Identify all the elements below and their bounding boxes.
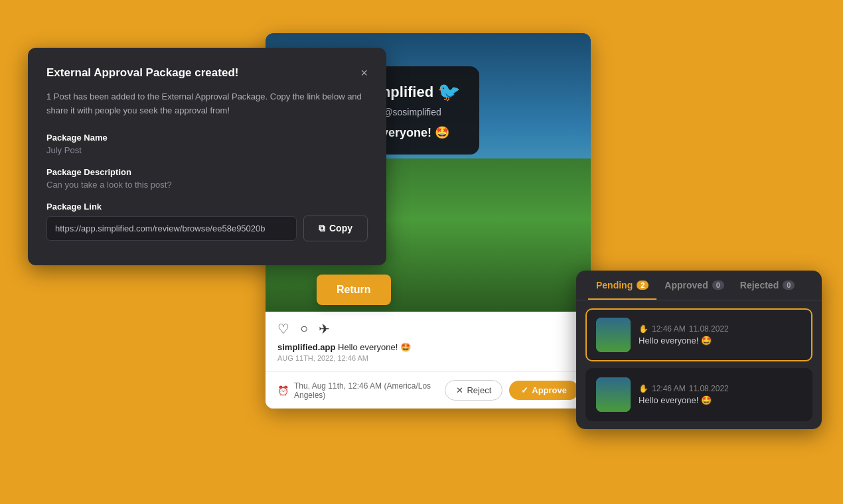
approval-thumb-2 — [596, 377, 631, 412]
post-caption-text: Hello everyone! 🤩 — [338, 342, 411, 352]
modal-title: External Approval Package created! — [46, 66, 238, 80]
thumb-inner-1 — [596, 318, 631, 352]
package-link-field: Package Link https://app.simplified.com/… — [46, 202, 368, 241]
approve-icon: ✓ — [521, 385, 528, 395]
tab-rejected-badge: 0 — [783, 281, 795, 290]
package-name-value: July Post — [46, 145, 368, 155]
package-name-label: Package Name — [46, 133, 368, 143]
modal-description: 1 Post has been added to the External Ap… — [46, 90, 368, 118]
tab-approved-badge: 0 — [712, 281, 724, 290]
tab-approved-label: Approved — [664, 280, 708, 290]
post-footer-bar: ⏰ Thu, Aug 11th, 12:46 AM (America/Los A… — [266, 371, 591, 409]
approval-modal: External Approval Package created! × 1 P… — [28, 48, 386, 265]
timestamp-text: Thu, Aug 11th, 12:46 AM (America/Los Ang… — [294, 381, 445, 400]
reject-icon: ✕ — [456, 385, 463, 395]
approval-item-caption-1: Hello everyone! 🤩 — [639, 336, 802, 346]
tab-pending-label: Pending — [596, 280, 633, 290]
approval-item-time-1: ✋ 12:46 AM 11.08.2022 — [639, 324, 802, 334]
package-description-label: Package Description — [46, 167, 368, 177]
hand-icon-1: ✋ — [639, 324, 649, 334]
time-text-2: 12:46 AM — [652, 384, 686, 393]
approval-item-time-2: ✋ 12:46 AM 11.08.2022 — [639, 384, 802, 393]
timestamp-info: ⏰ Thu, Aug 11th, 12:46 AM (America/Los A… — [277, 381, 445, 400]
hand-icon-2: ✋ — [639, 384, 649, 393]
reject-button[interactable]: ✕ Reject — [445, 380, 502, 401]
close-button[interactable]: × — [360, 67, 368, 79]
package-name-field: Package Name July Post — [46, 133, 368, 155]
tab-pending-badge: 2 — [637, 281, 649, 290]
tab-rejected-label: Rejected — [740, 280, 779, 290]
reject-label: Reject — [467, 385, 491, 395]
approval-item-caption-2: Hello everyone! 🤩 — [639, 395, 802, 405]
package-link-label: Package Link — [46, 202, 368, 212]
twitter-handle: @sosimplified — [383, 107, 441, 117]
modal-header: External Approval Package created! × — [46, 66, 368, 80]
like-icon[interactable]: ♡ — [277, 321, 289, 337]
post-caption: simplified.app Hello everyone! 🤩 — [277, 342, 579, 352]
post-card-bottom: ♡ ○ ✈ simplified.app Hello everyone! 🤩 A… — [266, 312, 591, 371]
post-date: AUG 11TH, 2022, 12:46 AM — [277, 354, 579, 362]
return-button[interactable]: Return — [317, 275, 391, 305]
copy-icon: ⧉ — [319, 223, 325, 234]
tab-approved[interactable]: Approved 0 — [656, 271, 731, 300]
approval-panel: Pending 2 Approved 0 Rejected 0 ✋ 12:46 … — [576, 271, 822, 429]
package-description-field: Package Description Can you take a look … — [46, 167, 368, 190]
date-text-1: 11.08.2022 — [689, 324, 729, 334]
approve-label: Approve — [532, 385, 567, 395]
approval-item-content-1: ✋ 12:46 AM 11.08.2022 Hello everyone! 🤩 — [639, 324, 802, 346]
package-link-input[interactable]: https://app.simplified.com/review/browse… — [46, 216, 297, 241]
share-icon[interactable]: ✈ — [319, 321, 330, 337]
copy-button-label: Copy — [329, 223, 352, 233]
approval-thumb-1 — [596, 318, 631, 352]
link-row: https://app.simplified.com/review/browse… — [46, 216, 368, 241]
package-description-value: Can you take a look to this post? — [46, 180, 368, 190]
approval-item[interactable]: ✋ 12:46 AM 11.08.2022 Hello everyone! 🤩 — [585, 308, 812, 361]
approval-tabs: Pending 2 Approved 0 Rejected 0 — [576, 271, 822, 300]
post-account: simplified.app — [277, 342, 335, 352]
twitter-icon: 🐦 — [437, 81, 461, 103]
approval-item-content-2: ✋ 12:46 AM 11.08.2022 Hello everyone! 🤩 — [639, 384, 802, 405]
post-actions-row: ♡ ○ ✈ — [277, 321, 579, 337]
clock-icon: ⏰ — [277, 385, 289, 396]
comment-icon[interactable]: ○ — [300, 321, 308, 337]
time-text-1: 12:46 AM — [652, 324, 686, 334]
date-text-2: 11.08.2022 — [689, 384, 729, 393]
tab-pending[interactable]: Pending 2 — [588, 271, 656, 300]
approval-item-2[interactable]: ✋ 12:46 AM 11.08.2022 Hello everyone! 🤩 — [585, 368, 812, 421]
copy-button[interactable]: ⧉ Copy — [303, 216, 368, 241]
tab-rejected[interactable]: Rejected 0 — [732, 271, 803, 300]
thumb-inner-2 — [596, 377, 631, 412]
approve-button[interactable]: ✓ Approve — [509, 381, 579, 400]
approval-list: ✋ 12:46 AM 11.08.2022 Hello everyone! 🤩 … — [576, 300, 822, 429]
footer-actions: ✕ Reject ✓ Approve — [445, 380, 579, 401]
